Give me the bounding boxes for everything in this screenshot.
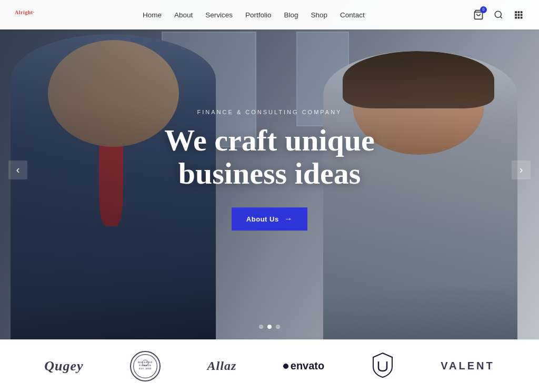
slider-dot-2[interactable] xyxy=(267,325,272,329)
about-us-button[interactable]: About Us → xyxy=(232,207,307,230)
hero-eyebrow: FINANCE & CONSULTING COMPANY xyxy=(112,109,427,115)
site-logo[interactable]: Alright· xyxy=(15,8,35,22)
nav-item-services[interactable]: Services xyxy=(205,10,233,19)
svg-rect-9 xyxy=(515,17,517,19)
svg-rect-7 xyxy=(517,14,520,16)
svg-rect-10 xyxy=(517,17,520,19)
hero-content: FINANCE & CONSULTING COMPANY We craft un… xyxy=(112,109,427,231)
slider-prev-button[interactable]: ‹ xyxy=(8,160,27,179)
logo-qugey: Qugey xyxy=(44,358,83,374)
nav-item-home[interactable]: Home xyxy=(143,10,162,19)
svg-text:EST. 2009: EST. 2009 xyxy=(139,367,152,369)
cart-badge: 0 xyxy=(480,6,487,13)
grid-icon[interactable] xyxy=(513,9,524,21)
svg-rect-6 xyxy=(515,14,517,16)
svg-rect-8 xyxy=(521,14,523,16)
nav-icons: 0 xyxy=(473,9,524,21)
logo-bulldog: BULLDOG FINANCE EST. 2009 xyxy=(130,351,161,381)
navbar: Alright· Home About Services Portfolio B… xyxy=(0,0,539,29)
slider-dots xyxy=(259,325,280,329)
search-icon[interactable] xyxy=(493,9,504,21)
logo-text: Alright xyxy=(15,9,33,15)
hero-title: We craft unique business ideas xyxy=(112,124,427,191)
slider-next-button[interactable]: › xyxy=(512,160,531,179)
nav-item-blog[interactable]: Blog xyxy=(284,10,298,19)
logo-shield xyxy=(371,352,394,380)
nav-item-about[interactable]: About xyxy=(174,10,193,19)
logo-accent: · xyxy=(33,9,35,15)
svg-point-1 xyxy=(495,11,501,17)
cart-icon[interactable]: 0 xyxy=(473,9,484,21)
slider-dot-3[interactable] xyxy=(276,325,280,329)
hero-section: ‹ FINANCE & CONSULTING COMPANY We craft … xyxy=(0,0,539,339)
logo-envato: envato xyxy=(283,360,324,372)
hero-cta-label: About Us xyxy=(246,215,279,223)
svg-rect-3 xyxy=(515,11,517,13)
slider-dot-1[interactable] xyxy=(259,325,263,329)
hero-cta-arrow: → xyxy=(284,214,293,224)
envato-dot xyxy=(283,364,288,369)
svg-rect-11 xyxy=(521,17,523,19)
nav-item-shop[interactable]: Shop xyxy=(311,10,328,19)
svg-text:FINANCE: FINANCE xyxy=(139,364,151,367)
svg-line-2 xyxy=(500,16,502,18)
nav-item-portfolio[interactable]: Portfolio xyxy=(245,10,272,19)
logo-valent: VALENT xyxy=(441,360,495,372)
svg-rect-4 xyxy=(517,11,520,13)
svg-text:BULLDOG: BULLDOG xyxy=(138,361,152,364)
svg-rect-5 xyxy=(521,11,523,13)
nav-item-contact[interactable]: Contact xyxy=(340,10,365,19)
logos-bar: Qugey BULLDOG FINANCE EST. 2009 Allaz en… xyxy=(0,339,539,392)
logo-allaz: Allaz xyxy=(207,359,237,373)
nav-menu: Home About Services Portfolio Blog Shop … xyxy=(143,10,365,19)
